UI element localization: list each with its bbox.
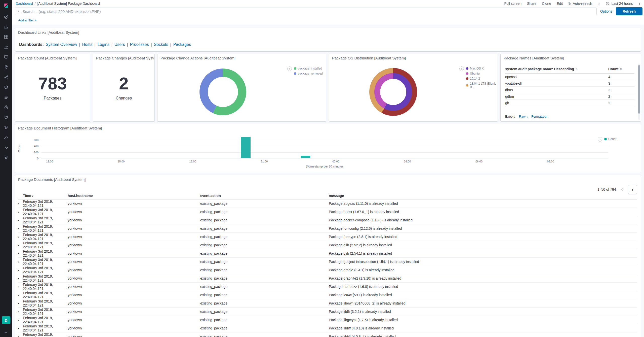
next-page-button[interactable]: › [628,185,637,194]
histogram-bar[interactable] [301,156,310,158]
legend-item[interactable]: 18.04.1 LTS (Bionic B... [466,82,498,89]
table-row[interactable]: openssl4 [505,74,634,80]
edit-button[interactable]: Edit [557,2,563,6]
legend-color-dot [294,67,296,70]
message-cell: Package harfbuzz (1.6.0) is already inst… [329,285,637,289]
legend-item[interactable]: package_removed [294,72,323,75]
sidebar-item-visualize[interactable] [0,22,12,32]
expand-row-icon[interactable]: ▸ [18,235,23,239]
expand-row-icon[interactable]: ▸ [18,327,23,330]
legend-toggle-icon[interactable]: › [287,66,292,71]
column-header-action[interactable]: event.action [200,194,329,198]
column-header-time[interactable]: Time▾ [23,194,68,198]
kibana-logo[interactable] [0,0,12,12]
time-picker-button[interactable]: Last 24 hours [606,2,633,6]
expand-row-icon[interactable]: ▸ [18,268,23,272]
refresh-button[interactable]: Refresh [616,7,642,15]
space-badge[interactable]: D [2,316,10,324]
options-link[interactable]: Options [600,9,612,13]
legend-toggle-icon[interactable]: › [459,66,464,71]
column-header-message[interactable]: message [329,194,637,198]
expand-row-icon[interactable]: ▸ [18,310,23,313]
sidebar-item-graph[interactable] [0,122,12,132]
sidebar-item-dashboard[interactable] [0,32,12,42]
gridline [41,146,608,146]
expand-row-icon[interactable]: ▸ [18,244,23,247]
sidebar-item-discover[interactable] [0,12,12,22]
expand-row-icon[interactable]: ▸ [18,219,23,222]
legend-item[interactable]: package_installed [294,67,323,70]
dashboard-link-processes[interactable]: Processes [130,42,149,47]
export-raw-link[interactable]: Raw ↓ [519,115,528,118]
table-row: ▸February 3rd 2019, 22:40:04.121yorktown… [18,249,637,258]
previous-page-button[interactable]: ‹ [620,187,624,192]
time-forward-button[interactable]: › [638,1,641,6]
sidebar-item-maps[interactable] [0,62,12,72]
histogram-bar[interactable] [241,137,251,158]
legend-item[interactable]: Count [604,137,616,141]
expand-row-icon[interactable]: ▸ [18,335,23,337]
add-filter-link[interactable]: Add a filter + [18,18,36,22]
expand-row-icon[interactable]: ▸ [18,285,23,288]
expand-row-icon[interactable]: ▸ [18,260,23,263]
search-input[interactable] [22,9,594,14]
package-os-distribution-donut[interactable] [369,68,417,116]
full-screen-button[interactable]: Full screen [504,2,521,6]
sidebar-item-dev-tools[interactable] [0,132,12,143]
legend-item[interactable]: 10.14.2 [466,77,498,80]
sidebar-item-logs[interactable] [0,92,12,102]
message-cell: Package libgcrypt (1.7.6) is already ins… [329,318,637,322]
time-back-button[interactable]: ‹ [598,1,600,6]
action-cell: existing_package [200,201,329,206]
collapse-sidebar-button[interactable]: → [0,329,12,334]
table-row: ▸February 3rd 2019, 22:40:04.121yorktown… [18,224,637,233]
legend-toggle-icon[interactable]: › [598,137,602,142]
table-row: ▸February 3rd 2019, 22:40:04.121yorktown… [18,216,637,224]
legend-item[interactable]: Ubuntu [466,72,498,75]
y-axis-label: Count [18,145,21,152]
sidebar-item-infrastructure[interactable] [0,82,12,92]
auto-refresh-button[interactable]: ↻ Auto-refresh [568,2,592,6]
export-formatted-link[interactable]: Formatted ↓ [531,115,549,118]
clone-button[interactable]: Clone [542,2,551,6]
expand-row-icon[interactable]: ▸ [18,210,23,214]
table-row[interactable]: git2 [505,100,634,106]
share-button[interactable]: Share [527,2,536,6]
dashboard-link-logins[interactable]: Logins [97,42,109,47]
sidebar-item-management[interactable] [0,153,12,163]
table-row[interactable]: dbus2 [505,87,634,93]
expand-row-icon[interactable]: ▸ [18,277,23,280]
column-header-package-name[interactable]: system.audit.package.name: Descending⇅ [505,67,608,71]
dashboard-link-users[interactable]: Users [114,42,125,47]
dashboard-link-hosts[interactable]: Hosts [82,42,92,47]
column-header-host[interactable]: host.hostname [68,194,200,198]
scrollbar-thumb[interactable] [638,65,640,114]
sidebar-item-timelion[interactable] [0,42,12,52]
scrollbar[interactable] [638,63,640,120]
dashboard-link-sockets[interactable]: Sockets [154,42,168,47]
message-cell: Package icu4c (59.1) is already installe… [329,293,637,297]
sidebar-item-machine-learning[interactable] [0,72,12,82]
expand-row-icon[interactable]: ▸ [18,318,23,322]
dashboard-link-system-overview[interactable]: System Overview [46,42,77,47]
sidebar-item-canvas[interactable] [0,52,12,62]
apm-icon [4,105,9,110]
table-row[interactable]: gdbm2 [505,93,634,100]
dashboard-link-packages[interactable]: Packages [173,42,191,47]
column-header-count[interactable]: Count⇅ [608,67,634,71]
panel-title: Package Documents [Auditbeat System] [18,177,86,182]
sidebar-item-monitoring[interactable] [0,143,12,153]
expand-row-icon[interactable]: ▸ [18,302,23,305]
sidebar-item-apm[interactable] [0,102,12,112]
sidebar-item-uptime[interactable] [0,112,12,122]
breadcrumb-dashboard-link[interactable]: Dashboard [16,2,33,6]
message-cell: Package glib (2.54.1) is already install… [329,251,637,255]
legend-item[interactable]: Mac OS X [466,67,498,70]
table-row[interactable]: youtube-dl3 [505,80,634,87]
expand-row-icon[interactable]: ▸ [18,202,23,205]
expand-row-icon[interactable]: ▸ [18,252,23,255]
package-change-actions-donut[interactable] [199,69,246,115]
message-cell: Package gobject-introspection (1.54.1) i… [329,260,637,264]
expand-row-icon[interactable]: ▸ [18,227,23,230]
expand-row-icon[interactable]: ▸ [18,293,23,297]
